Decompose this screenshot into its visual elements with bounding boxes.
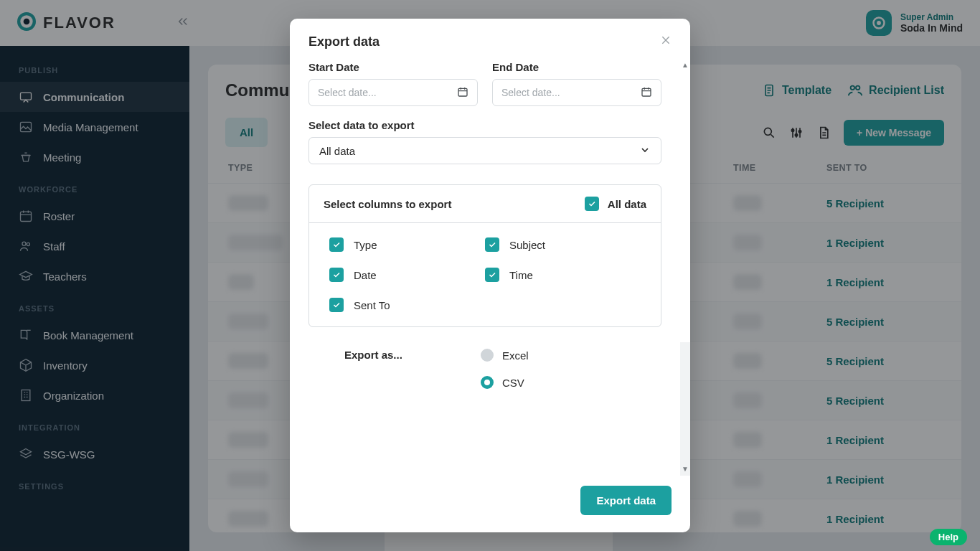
chevron-down-icon (639, 144, 651, 158)
all-data-checkbox-group[interactable]: All data (585, 197, 646, 211)
calendar-icon (641, 86, 652, 100)
columns-card-header: Select columns to export All data (309, 185, 661, 223)
modal-header: Export data (290, 19, 690, 58)
select-data-label: Select data to export (308, 119, 661, 131)
check-label: Type (354, 239, 377, 251)
select-data-dropdown[interactable]: All data (308, 137, 661, 164)
modal-scroll: ▲ ▼ Start Date Select date... End Date (290, 58, 690, 476)
column-check-date[interactable]: Date (329, 268, 485, 282)
checkbox-icon (485, 237, 499, 252)
radio-label: CSV (502, 377, 524, 389)
checkbox-icon (585, 197, 599, 211)
end-date-input[interactable]: Select date... (492, 79, 661, 106)
scroll-down-icon[interactable]: ▼ (682, 465, 689, 473)
export-data-button[interactable]: Export data (580, 486, 672, 515)
export-as-label: Export as... (344, 349, 481, 389)
columns-grid: Type Subject Date Time Sent To (309, 223, 661, 326)
radio-csv[interactable]: CSV (481, 376, 529, 389)
start-date-placeholder: Select date... (318, 87, 377, 98)
svg-rect-18 (642, 88, 651, 96)
modal-footer: Export data (290, 476, 690, 532)
columns-title: Select columns to export (324, 198, 451, 210)
start-date-input[interactable]: Select date... (308, 79, 478, 106)
calendar-icon (457, 86, 468, 100)
columns-card: Select columns to export All data Type S… (308, 184, 661, 327)
scroll-up-icon[interactable]: ▲ (682, 61, 689, 69)
select-data-value: All data (319, 145, 355, 157)
check-label: Date (354, 269, 377, 281)
modal-body: Start Date Select date... End Date Selec… (290, 58, 680, 413)
column-check-type[interactable]: Type (329, 237, 485, 252)
modal-title: Export data (308, 34, 380, 50)
end-date-label: End Date (492, 61, 661, 73)
checkbox-icon (485, 268, 499, 282)
radio-label: Excel (502, 349, 529, 362)
help-bubble[interactable]: Help (930, 529, 967, 545)
checkbox-icon (329, 237, 344, 252)
checkbox-icon (329, 268, 344, 282)
export-modal: Export data ▲ ▼ Start Date Select date..… (290, 19, 690, 532)
end-date-placeholder: Select date... (501, 87, 560, 98)
export-as-row: Export as... Excel CSV (308, 342, 661, 396)
close-icon[interactable] (660, 34, 672, 50)
scrollbar-thumb[interactable] (680, 58, 690, 342)
start-date-label: Start Date (308, 61, 478, 73)
check-label: Sent To (354, 299, 390, 311)
radio-off-icon (481, 349, 494, 362)
column-check-sent-to[interactable]: Sent To (329, 298, 485, 312)
radio-excel[interactable]: Excel (481, 349, 529, 362)
checkbox-icon (329, 298, 344, 312)
all-data-label: All data (608, 198, 646, 210)
svg-rect-17 (458, 88, 467, 96)
radio-on-icon (481, 376, 494, 389)
column-check-subject[interactable]: Subject (485, 237, 641, 252)
column-check-time[interactable]: Time (485, 268, 641, 282)
check-label: Time (509, 269, 533, 281)
check-label: Subject (509, 239, 545, 251)
